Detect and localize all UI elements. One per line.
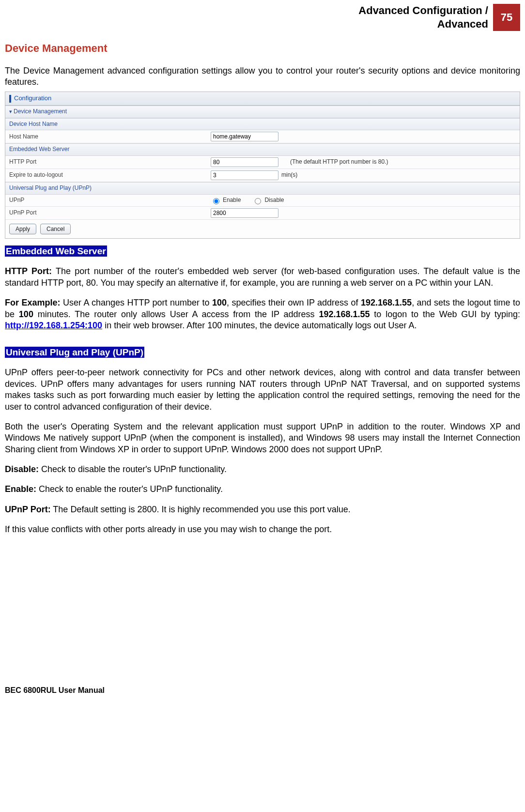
row-http-port: HTTP Port (The default HTTP port number … [5, 156, 520, 169]
apply-button[interactable]: Apply [9, 224, 36, 234]
expire-input[interactable] [211, 170, 278, 180]
upnp-enable-label: Enable [223, 197, 241, 204]
section-title: Device Management [5, 42, 520, 56]
enable-paragraph: Enable: Check to enable the router's UPn… [5, 484, 520, 495]
example-url-link[interactable]: http://192.168.1.254:100 [5, 321, 102, 330]
upnp-port-paragraph: UPnP Port: The Default setting is 2800. … [5, 504, 520, 515]
section-embedded-web-server: Embedded Web Server [5, 143, 520, 156]
host-name-label: Host Name [5, 131, 207, 143]
upnp-port-input[interactable] [211, 208, 278, 218]
http-port-input[interactable] [211, 157, 278, 167]
example-lead: For Example: [5, 298, 61, 307]
upnp-paragraph-2: Both the user's Operating System and the… [5, 421, 520, 455]
expire-label: Expire to auto-logout [5, 169, 207, 181]
section-upnp: Universal Plug and Play (UPnP) [5, 182, 520, 195]
row-upnp: UPnP Enable Disable [5, 195, 520, 207]
upnp-label: UPnP [5, 195, 207, 206]
http-port-label: HTTP Port [5, 156, 207, 168]
heading-ews: Embedded Web Server [5, 245, 107, 257]
footer-text: BEC 6800RUL User Manual [5, 686, 520, 701]
expire-suffix: min(s) [281, 171, 297, 179]
header-title-line2: Advanced [437, 18, 488, 30]
cancel-button[interactable]: Cancel [40, 224, 71, 234]
row-upnp-port: UPnP Port [5, 207, 520, 220]
disable-lead: Disable: [5, 464, 39, 474]
header-title-line1: Advanced Configuration / [358, 4, 488, 16]
http-port-text: The port number of the router's embedded… [5, 266, 520, 287]
example-paragraph: For Example: User A changes HTTP port nu… [5, 297, 520, 331]
page-number: 75 [493, 4, 520, 31]
upnp-disable-radio[interactable] [255, 198, 261, 204]
conflict-paragraph: If this value conflicts with other ports… [5, 524, 520, 535]
section-device-host-name: Device Host Name [5, 118, 520, 131]
disable-paragraph: Disable: Check to disable the router's U… [5, 464, 520, 475]
section-device-management[interactable]: Device Management [5, 106, 520, 118]
http-port-paragraph: HTTP Port: The port number of the router… [5, 266, 520, 289]
intro-paragraph: The Device Management advanced configura… [5, 65, 520, 88]
upnp-paragraph-1: UPnP offers peer-to-peer network connect… [5, 367, 520, 413]
upnp-disable-label: Disable [264, 197, 284, 204]
upnp-port-lead: UPnP Port: [5, 505, 51, 514]
config-panel: Configuration Device Management Device H… [5, 92, 520, 238]
enable-lead: Enable: [5, 484, 36, 494]
host-name-input[interactable] [211, 132, 278, 141]
page-header: Advanced Configuration / Advanced 75 [5, 0, 520, 31]
row-host-name: Host Name [5, 130, 520, 143]
http-port-hint: (The default HTTP port number is 80.) [290, 158, 388, 166]
http-port-lead: HTTP Port: [5, 266, 52, 276]
upnp-port-label: UPnP Port [5, 207, 207, 219]
upnp-enable-radio[interactable] [213, 198, 219, 204]
heading-upnp: Universal Plug and Play (UPnP) [5, 347, 144, 358]
config-header-label: Configuration [14, 94, 51, 103]
row-expire: Expire to auto-logout min(s) [5, 169, 520, 182]
config-header: Configuration [5, 92, 520, 106]
